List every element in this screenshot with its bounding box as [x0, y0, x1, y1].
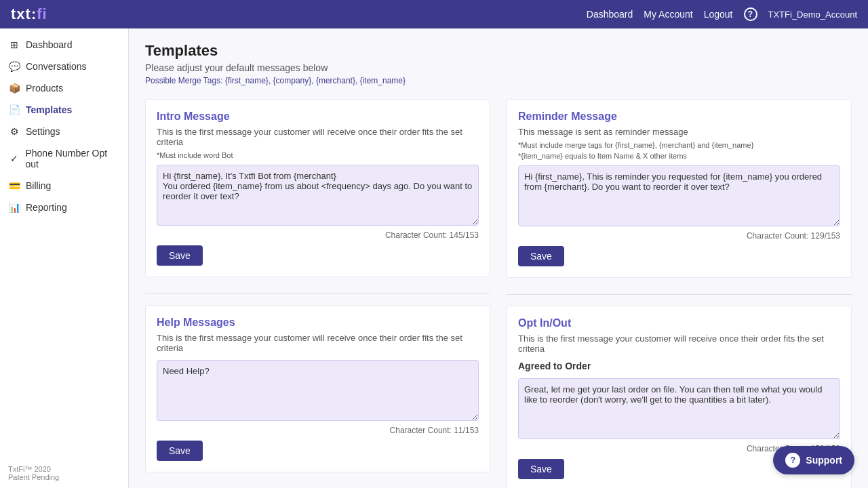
sidebar-item-products[interactable]: 📦 Products: [0, 77, 128, 99]
support-icon: ?: [785, 453, 800, 468]
intro-desc: This is the first message your customer …: [157, 127, 479, 147]
sidebar-footer: TxtFi™ 2020 Patent Pending: [0, 458, 67, 488]
account-name: TXTFi_Demo_Account: [768, 9, 858, 20]
merge-tags: Possible Merge Tags: {first_name}, {comp…: [145, 76, 852, 85]
opt-in-out-title: Opt In/Out: [518, 317, 840, 329]
logout-link[interactable]: Logout: [704, 9, 733, 20]
templates-icon: 📄: [8, 104, 20, 115]
sidebar-item-phone-number-opt-out[interactable]: ✓ Phone Number Opt out: [0, 142, 128, 175]
sidebar-item-reporting[interactable]: 📊 Reporting: [0, 197, 128, 218]
reminder-title: Reminder Message: [518, 110, 840, 123]
reporting-icon: 📊: [8, 202, 20, 213]
help-textarea[interactable]: [157, 360, 479, 421]
reminder-note2: *{item_name} equals to Item Name & X oth…: [518, 152, 840, 160]
sidebar-label-dashboard: Dashboard: [26, 39, 73, 50]
reminder-textarea[interactable]: [518, 165, 840, 226]
help-title: Help Messages: [157, 317, 479, 329]
sidebar-label-conversations: Conversations: [26, 61, 87, 72]
opt-in-out-save-button[interactable]: Save: [518, 459, 564, 479]
intro-textarea[interactable]: [157, 165, 479, 226]
help-messages-section: Help Messages This is the first message …: [145, 305, 490, 472]
sidebar-label-templates: Templates: [26, 104, 72, 115]
intro-title: Intro Message: [157, 110, 479, 123]
my-account-link[interactable]: My Account: [644, 9, 692, 20]
reminder-save-button[interactable]: Save: [518, 246, 564, 266]
sidebar-item-dashboard[interactable]: ⊞ Dashboard: [0, 34, 128, 56]
page-title: Templates: [145, 42, 852, 60]
opt-in-out-desc: This is the first message your customer …: [518, 333, 840, 354]
main-content: Templates Please adjust your default mes…: [129, 28, 868, 488]
sidebar-label-billing: Billing: [26, 180, 51, 191]
nav-links: Dashboard My Account Logout ? TXTFi_Demo…: [587, 7, 857, 21]
sidebar-label-products: Products: [26, 83, 63, 94]
reminder-note1: *Must include merge tags for {first_name…: [518, 141, 840, 149]
help-icon[interactable]: ?: [744, 7, 757, 21]
logo: txt:fi: [11, 5, 47, 23]
support-label: Support: [806, 455, 842, 466]
sidebar-item-settings[interactable]: ⚙ Settings: [0, 121, 128, 142]
agreed-to-order-label: Agreed to Order: [518, 361, 840, 371]
intro-char-count: Character Count: 145/153: [157, 230, 479, 240]
settings-icon: ⚙: [8, 126, 20, 137]
help-desc: This is the first message your customer …: [157, 333, 479, 353]
sidebar-item-templates[interactable]: 📄 Templates: [0, 99, 128, 121]
intro-save-button[interactable]: Save: [157, 245, 203, 266]
sidebar-label-reporting: Reporting: [26, 202, 67, 213]
help-char-count: Character Count: 11/153: [157, 426, 479, 435]
reminder-desc: This message is sent as reminder message: [518, 127, 840, 137]
opt-in-out-textarea[interactable]: [518, 378, 840, 439]
sidebar-label-phone-opt-out: Phone Number Opt out: [25, 148, 120, 169]
sidebar-label-settings: Settings: [26, 126, 60, 137]
page-subtitle: Please adjust your default messages belo…: [145, 62, 852, 73]
sidebar-item-billing[interactable]: 💳 Billing: [0, 175, 128, 197]
support-button[interactable]: ? Support: [773, 446, 854, 474]
billing-icon: 💳: [8, 180, 20, 191]
dashboard-icon: ⊞: [8, 39, 20, 50]
reminder-char-count: Character Count: 129/153: [518, 231, 840, 241]
opt-out-icon: ✓: [8, 153, 20, 164]
conversations-icon: 💬: [8, 61, 20, 72]
intro-note: *Must include word Bot: [157, 151, 479, 159]
top-navigation: txt:fi Dashboard My Account Logout ? TXT…: [0, 0, 868, 28]
help-save-button[interactable]: Save: [157, 441, 203, 461]
products-icon: 📦: [8, 83, 20, 94]
sidebar-item-conversations[interactable]: 💬 Conversations: [0, 56, 128, 77]
dashboard-link[interactable]: Dashboard: [587, 9, 633, 20]
sidebar: ⊞ Dashboard 💬 Conversations 📦 Products 📄…: [0, 28, 129, 488]
reminder-message-section: Reminder Message This message is sent as…: [507, 99, 852, 278]
intro-message-section: Intro Message This is the first message …: [145, 99, 490, 277]
